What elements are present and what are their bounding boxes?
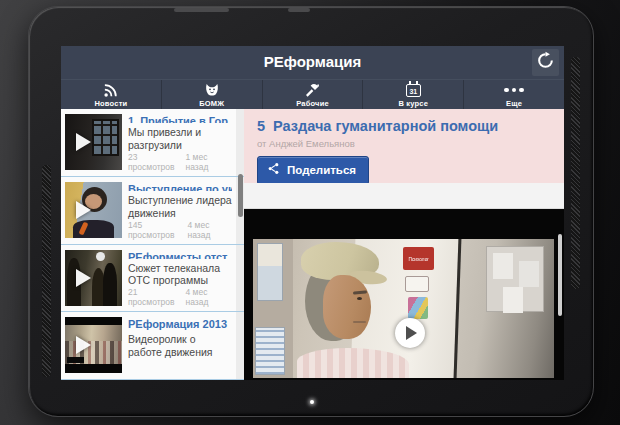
video-player[interactable]: Психолог [244,209,564,380]
item-description: Видеоролик о работе движения [128,333,232,359]
volume-button [174,8,229,12]
list-item[interactable]: Выступление по ук... Выступление лидера … [61,177,244,245]
item-text: Выступление по ук... Выступление лидера … [128,182,232,240]
item-age: 1 мес назад [186,152,232,172]
item-views: 23 просмотров [128,152,186,172]
nav-item-vkurse[interactable]: 31 В курсе [362,80,463,109]
nav-item-bomzh[interactable]: БОМЖ [161,80,262,109]
video-author: от Анджей Емельянов [257,138,554,149]
play-icon [76,269,91,287]
notice-board [486,246,544,312]
list-item[interactable]: РЕформисты отст... Сюжет телеканала ОТС … [61,245,244,313]
speaker-grille-left [42,165,51,377]
item-description: Выступление лидера движения [128,194,232,220]
power-button [288,8,310,12]
video-title: 5Раздача гуманитарной помощи [257,118,554,134]
item-age: 4 мес назад [186,287,232,307]
item-views: 21 просмотров [128,287,186,307]
content: 1Прибытие в Гор... Мы привезли и разгруз… [61,109,564,380]
thumbnail-window [92,119,119,156]
nav-label: БОМЖ [199,99,224,108]
video-thumbnail [65,250,122,306]
list-item[interactable]: 1Прибытие в Гор... Мы привезли и разгруз… [61,109,244,177]
nav-label: Новости [94,99,127,108]
item-title: Выступление по ук... [128,183,232,191]
speaker-grille-right [571,57,580,289]
refresh-button[interactable] [532,49,559,76]
nav-label: Еще [506,99,522,108]
background: РЕформация [0,0,620,425]
item-description: Мы привезли и разгрузили [128,126,232,152]
video-frame: Психолог [253,239,554,378]
detail-header: 5Раздача гуманитарной помощи от Анджей Е… [244,109,564,183]
wall-posters [253,239,293,378]
detail-divider [244,183,564,209]
nav-label: В курсе [398,99,428,108]
detail-pane: 5Раздача гуманитарной помощи от Анджей Е… [244,109,564,380]
item-meta: 23 просмотров 1 мес назад [128,152,232,172]
calendar-icon: 31 [406,82,421,98]
duration-badge [67,357,84,363]
video-thumbnail [65,317,122,373]
item-title: РЕформисты отст... [128,251,232,259]
list-scrollbar[interactable] [238,174,243,217]
item-description: Сюжет телеканала ОТС программы [128,262,232,288]
tablet-device: РЕформация [28,6,594,417]
screen: РЕформация [61,46,564,380]
play-icon [76,133,91,151]
calendar-day: 31 [409,88,417,96]
more-dots-icon [504,82,524,98]
nav-bar: Новости БОМЖ [61,79,564,109]
share-button[interactable]: Поделиться [257,156,369,185]
item-age: 4 мес назад [188,220,233,240]
item-text: РЕформация 2013 Видеоролик о работе движ… [128,317,232,375]
app-title: РЕформация [61,53,564,70]
camera-dot [310,400,314,404]
item-views: 145 просмотров [128,220,188,240]
video-thumbnail [65,114,122,170]
item-title: РЕформация 2013 [128,318,232,330]
share-icon [267,161,280,179]
rss-icon [103,82,118,98]
item-meta: 145 просмотров 4 мес назад [128,220,232,240]
item-text: 1Прибытие в Гор... Мы привезли и разгруз… [128,114,232,172]
list-item[interactable]: РЕформация 2013 Видеоролик о работе движ… [61,312,244,380]
item-text: РЕформисты отст... Сюжет телеканала ОТС … [128,250,232,308]
refresh-icon [536,51,555,74]
nav-item-esche[interactable]: Еще [463,80,564,109]
nav-label: Рабочие [296,99,329,108]
detail-scrollbar[interactable] [558,234,562,316]
play-button[interactable] [395,318,425,348]
video-list: 1Прибытие в Гор... Мы привезли и разгруз… [61,109,244,380]
nav-item-novosti[interactable]: Новости [61,80,161,109]
man-in-cap [293,239,433,378]
app-bar: РЕформация [61,46,564,79]
item-title: 1Прибытие в Гор... [128,115,232,123]
nav-item-rabochie[interactable]: Рабочие [262,80,363,109]
video-thumbnail [65,182,122,238]
play-icon [76,336,91,354]
item-meta: 21 просмотров 4 мес назад [128,287,232,307]
play-icon [76,201,91,219]
beard-face-icon [204,82,220,98]
hammer-icon [304,82,320,98]
share-label: Поделиться [287,164,356,176]
play-icon [406,326,417,340]
